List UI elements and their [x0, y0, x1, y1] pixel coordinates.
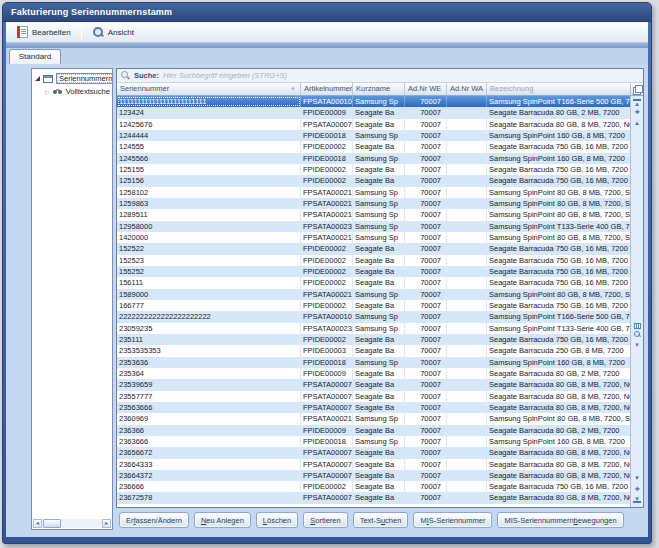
- column-header-adnr-wa[interactable]: Ad.Nr WA: [447, 83, 487, 95]
- cell-artikelnummer: FPSATA00007: [301, 459, 353, 470]
- cell-kurzname: Samsung Sp: [353, 357, 405, 368]
- tree-item-seriennummernauswahl[interactable]: Seriennummernauswahl: [32, 72, 112, 85]
- cell-kurzname: Samsung Sp: [353, 232, 405, 243]
- tree-collapsed-icon[interactable]: ▷: [45, 89, 50, 95]
- table-row[interactable]: 23672578FPSATA00007Seagate Ba70007Seagat…: [117, 492, 630, 503]
- table-row[interactable]: 2222222222222222222222FPSATA00010Samsung…: [117, 311, 630, 322]
- cell-adnr_we: 70007: [405, 175, 447, 186]
- table-row[interactable]: 152523FPIDE00002Seagate Ba70007Seagate B…: [117, 255, 630, 266]
- cell-adnr_we: 70007: [405, 187, 447, 198]
- cell-bezeichnung: Seagate Barracuda 80 GB, 8 MB, 7200, NCQ: [487, 447, 630, 458]
- table-row[interactable]: 235364FPIDE00009Seagate Ba70007Seagate B…: [117, 368, 630, 379]
- column-header-adnr-we[interactable]: Ad.Nr WE: [405, 83, 447, 95]
- footer-button-sortieren[interactable]: Sortieren: [303, 512, 347, 528]
- tree-expanded-icon[interactable]: [35, 76, 40, 81]
- cell-artikelnummer: FPIDE00018: [301, 357, 353, 368]
- cell-kurzname: Seagate Ba: [353, 107, 405, 118]
- scroll-left-icon[interactable]: ◄: [33, 519, 42, 528]
- table-row[interactable]: 23059235FPSATA00023Samsung Sp70007Samsun…: [117, 323, 630, 334]
- bearbeiten-button[interactable]: Bearbeiten: [10, 24, 78, 41]
- footer-button-neu-anlegen[interactable]: Neu Anlegen: [194, 512, 251, 528]
- cell-kurzname: Seagate Ba: [353, 334, 405, 345]
- cell-seriennummer: 235364: [117, 368, 301, 379]
- table-row[interactable]: 2363666FPIDE00018Samsung Sp70007Samsung …: [117, 436, 630, 447]
- cell-kurzname: Seagate Ba: [353, 243, 405, 254]
- table-row[interactable]: 23557777FPSATA00007Seagate Ba70007Seagat…: [117, 391, 630, 402]
- table-row[interactable]: 155252FPIDE00002Seagate Ba70007Seagate B…: [117, 266, 630, 277]
- footer-button-erfassen-ändern[interactable]: Erfassen/Ändern: [119, 512, 189, 528]
- table-row[interactable]: 2353636FPIDE00018Samsung Sp70007Samsung …: [117, 357, 630, 368]
- cell-artikelnummer: FPIDE00009: [301, 107, 353, 118]
- column-header-seriennummer[interactable]: Seriennummer▼: [117, 83, 301, 95]
- cell-seriennummer: 2363666: [117, 436, 301, 447]
- table-row[interactable]: 124555FPIDE00002Seagate Ba70007Seagate B…: [117, 141, 630, 152]
- footer-button-mis-seriennummer[interactable]: MIS-Seriennummer: [413, 512, 492, 528]
- footer-button-mis-seriennummernbewegungen[interactable]: MIS-Seriennummernbewegungen: [497, 512, 623, 528]
- table-row[interactable]: 152522FPIDE00002Seagate Ba70007Seagate B…: [117, 243, 630, 254]
- cell-adnr_wa: [447, 323, 487, 334]
- cell-seriennummer: 23539659: [117, 379, 301, 390]
- cell-seriennummer: 1258102: [117, 187, 301, 198]
- table-row[interactable]: 1245566FPIDE00018Samsung Sp70007Samsung …: [117, 153, 630, 164]
- scroll-plus-icon[interactable]: ✚: [631, 484, 643, 495]
- cell-adnr_we: 70007: [405, 323, 447, 334]
- table-row[interactable]: 23664372FPSATA00007Seagate Ba70007Seagat…: [117, 470, 630, 481]
- cell-kurzname: Seagate Ba: [353, 391, 405, 402]
- columns-icon[interactable]: [634, 323, 641, 329]
- tab-standard[interactable]: Standard: [9, 49, 61, 64]
- table-row[interactable]: 236366FPIDE00009Seagate Ba70007Seagate B…: [117, 425, 630, 436]
- tree-horizontal-scrollbar[interactable]: ◄ ►: [33, 519, 111, 528]
- table-row[interactable]: 1259863FPSATA00021Samsung Sp70007Samsung…: [117, 198, 630, 209]
- column-chooser-button[interactable]: [631, 83, 643, 96]
- grid-search-bar[interactable]: Suche: Hier Suchbegriff eingeben (STRG+S…: [117, 69, 643, 83]
- cell-adnr_wa: [447, 187, 487, 198]
- cell-seriennummer: 1289511: [117, 209, 301, 220]
- table-row[interactable]: 1589000FPSATA00021Samsung Sp70007Samsung…: [117, 289, 630, 300]
- scroll-up-icon[interactable]: ▲: [631, 118, 643, 129]
- table-row[interactable]: 166777FPIDE00002Seagate Ba70007Seagate B…: [117, 300, 630, 311]
- scroll-down-icon[interactable]: ▼: [631, 473, 643, 484]
- cell-bezeichnung: Seagate Barracuda 80 GB, 8 MB, 7200, NCQ: [487, 470, 630, 481]
- cell-kurzname: Seagate Ba: [353, 379, 405, 390]
- table-row[interactable]: 23539659FPSATA00007Seagate Ba70007Seagat…: [117, 379, 630, 390]
- table-row[interactable]: 236666FPIDE00002Seagate Ba70007Seagate B…: [117, 481, 630, 492]
- column-header-artikelnummer[interactable]: Artikelnummer: [301, 83, 353, 95]
- table-row[interactable]: 23563666FPSATA00007Seagate Ba70007Seagat…: [117, 402, 630, 413]
- scrollbar-thumb[interactable]: [43, 519, 61, 528]
- table-row[interactable]: 2353535353FPIDE00003Seagate Ba70007Seaga…: [117, 345, 630, 356]
- cell-adnr_wa: [447, 198, 487, 209]
- table-row[interactable]: 1258102FPSATA00021Samsung Sp70007Samsung…: [117, 187, 630, 198]
- cell-artikelnummer: FPIDE00002: [301, 175, 353, 186]
- table-row[interactable]: 111111111111111111111111FPSATA00010Samsu…: [117, 96, 630, 107]
- cell-bezeichnung: Samsung SpinPoint T133-Serie 400 GB, 720…: [487, 323, 630, 334]
- table-row[interactable]: 235111FPIDE00002Seagate Ba70007Seagate B…: [117, 334, 630, 345]
- table-row[interactable]: 23664333FPSATA00007Seagate Ba70007Seagat…: [117, 459, 630, 470]
- scroll-right-icon[interactable]: ►: [102, 519, 111, 528]
- tree-item-volltextsuche[interactable]: ▷ Volltextsuche: [32, 85, 112, 98]
- table-row[interactable]: 156111FPIDE00002Seagate Ba70007Seagate B…: [117, 277, 630, 288]
- column-header-bezeichnung[interactable]: Bezeichnung: [487, 83, 630, 95]
- scroll-filter-icon[interactable]: ▼: [631, 340, 643, 351]
- table-row[interactable]: 23656672FPSATA00007Seagate Ba70007Seagat…: [117, 447, 630, 458]
- column-header-kurzname[interactable]: Kurzname: [353, 83, 405, 95]
- scroll-plus-icon[interactable]: ✚: [631, 107, 643, 118]
- footer-button-text-suchen[interactable]: Text-Suchen: [353, 512, 409, 528]
- scroll-bottom-icon[interactable]: ▼: [633, 495, 641, 503]
- table-row[interactable]: 12425676FPSATA00007Seagate Ba70007Seagat…: [117, 119, 630, 130]
- cell-bezeichnung: Samsung SpinPoint T166-Serie 500 GB, 720…: [487, 311, 630, 322]
- cell-seriennummer: 152523: [117, 255, 301, 266]
- table-row[interactable]: 2360969FPSATA00021Samsung Sp70007Samsung…: [117, 413, 630, 424]
- scroll-top-icon[interactable]: ▲: [633, 99, 641, 107]
- table-row[interactable]: 123424FPIDE00009Seagate Ba70007Seagate B…: [117, 107, 630, 118]
- table-row[interactable]: 1244444FPIDE00018Samsung Sp70007Samsung …: [117, 130, 630, 141]
- ansicht-button[interactable]: Ansicht: [85, 24, 141, 41]
- table-row[interactable]: 125156FPIDE00002Seagate Ba70007Seagate B…: [117, 175, 630, 186]
- table-row[interactable]: 125155FPIDE00002Seagate Ba70007Seagate B…: [117, 164, 630, 175]
- cell-adnr_we: 70007: [405, 164, 447, 175]
- footer-button-löschen[interactable]: Löschen: [256, 512, 298, 528]
- table-row[interactable]: 1420000FPSATA00021Samsung Sp70007Samsung…: [117, 232, 630, 243]
- grid-magnifier-icon[interactable]: [634, 331, 641, 338]
- table-row[interactable]: 1289511FPSATA00021Samsung Sp70007Samsung…: [117, 209, 630, 220]
- cell-adnr_wa: [447, 221, 487, 232]
- table-row[interactable]: 12958000FPSATA00023Samsung Sp70007Samsun…: [117, 221, 630, 232]
